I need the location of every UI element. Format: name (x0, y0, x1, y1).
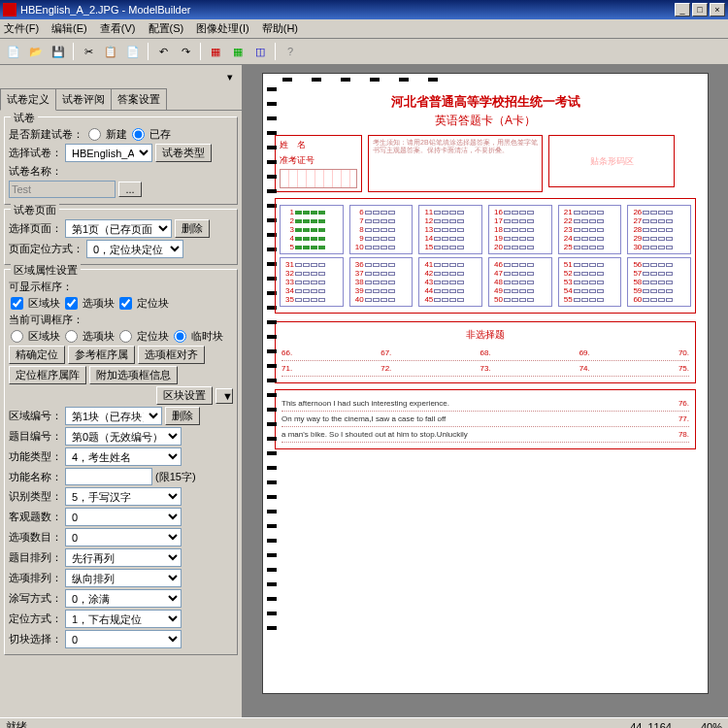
status-zoom: 40% (701, 721, 722, 729)
label-cut: 切块选择： (9, 632, 62, 646)
panel-menu-icon[interactable]: ▾ (220, 67, 240, 86)
sheet-subtitle: 英语答题卡（A卡） (275, 113, 696, 129)
select-arr[interactable]: 先行再列 (65, 548, 182, 567)
button-extra[interactable]: 附加选项框信息 (89, 366, 178, 384)
menu-bar: 文件(F) 编辑(E) 查看(V) 配置(S) 图像处理(I) 帮助(H) (0, 19, 728, 39)
group-region-title: 区域属性设置 (11, 263, 81, 278)
group-paper-title: 试卷 (11, 111, 38, 125)
radio-new[interactable] (88, 128, 101, 141)
label-edit: 当前可调框序： (9, 313, 83, 327)
button-browse[interactable]: ... (118, 182, 142, 197)
label-fill: 涂写方式： (9, 591, 62, 606)
input-name[interactable] (9, 181, 116, 198)
select-paper[interactable]: HBEnglish_A (65, 144, 152, 162)
close-button[interactable]: × (710, 3, 725, 17)
button-blockcfg-dd[interactable]: ▼ (215, 388, 233, 404)
maximize-button[interactable]: □ (692, 3, 708, 17)
select-rec[interactable]: 5，手写汉字 (65, 487, 182, 506)
menu-help[interactable]: 帮助(H) (262, 22, 298, 34)
radio-option[interactable] (65, 330, 78, 343)
label-sarr: 选项排列： (9, 571, 62, 585)
check-option[interactable] (65, 297, 78, 310)
minimize-button[interactable]: _ (675, 3, 690, 17)
menu-view[interactable]: 查看(V) (100, 22, 136, 34)
select-sarr[interactable]: 纵向排列 (65, 569, 182, 587)
select-opt[interactable]: 0 (65, 528, 182, 546)
writing-section: This afternoon I had such interesting ex… (275, 389, 696, 449)
tool3-icon[interactable]: ◫ (250, 42, 270, 61)
sheet-title: 河北省普通高等学校招生统一考试 (275, 93, 696, 111)
label-rec: 识别类型： (9, 489, 62, 504)
new-icon[interactable]: 📄 (4, 42, 23, 61)
select-loc2[interactable]: 1，下右规定位 (65, 610, 182, 628)
redo-icon[interactable]: ↷ (176, 42, 195, 61)
radio-temp[interactable] (174, 330, 186, 343)
select-q[interactable]: 第0题（无效编号） (65, 427, 182, 446)
window-title: HBEnglish_A_2.JPG - ModelBuilder (20, 4, 190, 16)
help-icon[interactable]: ? (281, 42, 300, 61)
barcode-box: 贴条形码区 (548, 135, 675, 187)
group-paper: 试卷 是否新建试卷： 新建 已存 选择试卷： HBEnglish_A 试卷类型 … (4, 116, 238, 205)
label-locmode: 页面定位方式： (9, 242, 83, 256)
menu-image[interactable]: 图像处理(I) (196, 22, 248, 34)
radio-exist[interactable] (132, 128, 145, 141)
select-fn[interactable]: 4，考生姓名 (65, 447, 182, 466)
label-isnew: 是否新建试卷： (9, 127, 83, 142)
button-delpage[interactable]: 删除 (175, 219, 210, 238)
essay-section: 非选择题 66.67.68.69.70.71.72.73.74.75. (275, 321, 696, 383)
tool2-icon[interactable]: ▦ (228, 42, 248, 61)
status-coords: 44, 1164 (630, 721, 672, 729)
label-show: 可显示框序： (9, 280, 73, 294)
label-block: 区域编号： (9, 409, 62, 423)
menu-edit[interactable]: 编辑(E) (51, 22, 87, 34)
label-fnname: 功能名称： (9, 470, 62, 484)
select-block[interactable]: 第1块（已存块） (65, 407, 162, 425)
left-panel: ▾ 试卷定义 试卷评阅 答案设置 试卷 是否新建试卷： 新建 已存 选择试卷： … (0, 65, 243, 717)
button-precise[interactable]: 精确定位 (9, 346, 65, 364)
label-name: 试卷名称： (9, 164, 62, 179)
label-obj: 客观题数： (9, 510, 62, 524)
menu-file[interactable]: 文件(F) (4, 22, 39, 34)
save-icon[interactable]: 💾 (49, 42, 68, 61)
cut-icon[interactable]: ✂ (79, 42, 98, 61)
radio-region[interactable] (11, 330, 23, 343)
button-blockcfg[interactable]: 区块设置 (156, 386, 213, 405)
select-page[interactable]: 第1页（已存页面） (65, 219, 172, 238)
tool-icon[interactable]: ▦ (206, 42, 225, 61)
copy-icon[interactable]: 📋 (101, 42, 120, 61)
label-page: 选择页面： (9, 221, 62, 236)
radio-locate[interactable] (119, 330, 132, 343)
app-icon (3, 3, 17, 17)
button-delblock[interactable]: 删除 (165, 407, 200, 425)
select-locmode[interactable]: 0，定位块定位 (86, 240, 183, 258)
answer-sheet: 河北省普通高等学校招生统一考试 英语答题卡（A卡） 姓 名 准考证号 考生须知：… (262, 73, 709, 694)
open-icon[interactable]: 📂 (26, 42, 46, 61)
group-page: 试卷页面 选择页面： 第1页（已存页面） 删除 页面定位方式： 0，定位块定位 (4, 209, 238, 265)
tab-define[interactable]: 试卷定义 (0, 88, 56, 111)
preview-pane[interactable]: 河北省普通高等学校招生统一考试 英语答题卡（A卡） 姓 名 准考证号 考生须知：… (243, 65, 728, 717)
bubble-section: 1234567891011121314151617181920212223242… (275, 198, 696, 314)
group-region: 区域属性设置 可显示框序： 区域块 选项块 定位块 当前可调框序： 区域块 选项… (4, 269, 238, 655)
label-q: 题目编号： (9, 429, 62, 444)
label-hint: (限15字) (155, 470, 196, 484)
paste-icon[interactable]: 📄 (123, 42, 143, 61)
label-arr: 题目排列： (9, 550, 62, 565)
select-fill[interactable]: 0，涂满 (65, 589, 182, 608)
check-region[interactable] (11, 297, 23, 310)
undo-icon[interactable]: ↶ (153, 42, 173, 61)
button-refprop[interactable]: 参考框序属 (68, 346, 135, 364)
button-papertype[interactable]: 试卷类型 (155, 144, 212, 162)
button-align[interactable]: 选项框对齐 (138, 346, 205, 364)
button-locprop[interactable]: 定位框序属阵 (9, 366, 86, 384)
check-locate[interactable] (119, 297, 132, 310)
status-bar: 就绪 44, 1164 40% (0, 717, 728, 728)
tab-answer[interactable]: 答案设置 (111, 88, 167, 110)
menu-config[interactable]: 配置(S) (149, 22, 184, 34)
tab-review[interactable]: 试卷评阅 (55, 88, 112, 110)
select-cut[interactable]: 0 (65, 630, 182, 648)
input-fnname[interactable] (65, 468, 152, 485)
status-ready: 就绪 (6, 719, 27, 728)
select-obj[interactable]: 0 (65, 508, 182, 526)
toolbar: 📄 📂 💾 ✂ 📋 📄 ↶ ↷ ▦ ▦ ◫ ? (0, 39, 728, 65)
instructions-box: 考生须知：请用2B铅笔填涂选择题答案，用黑色签字笔书写主观题答案。保持卡面清洁，… (368, 135, 543, 192)
